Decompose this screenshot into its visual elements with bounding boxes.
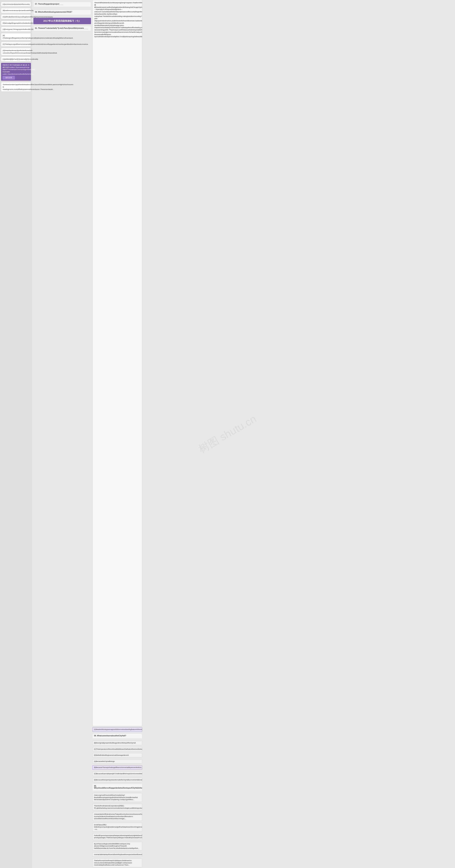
q-text: WhichofthefollowingstatementsIsTRUE? (38, 11, 72, 13)
extra-block-6: AremaKableVarietyofinsectsliveinthisplan… (92, 852, 142, 857)
option-a3-q61: [A]alittlebit[B]inFact[C]materially[D]co… (1, 57, 31, 61)
q-text: Theword"substantially"(Line2,Para.5)most… (38, 27, 88, 29)
page-layout: [A]scommonandpopularinthecountry. [B]sad… (0, 0, 142, 868)
answer-q58-c2: [C]BecauseitcanmakepeopleTUnderstandthei… (92, 772, 142, 776)
answer-text: [D]Itisthefirstbuildinginamericatohaveag… (94, 754, 129, 756)
q-number: 61 (35, 27, 37, 29)
extra-text: AremaKableVarietyofinsectsliveinthisplan… (94, 854, 142, 856)
option-d-q57: [D]aimsatgettingpeopleinvolvedandunderst… (1, 21, 31, 25)
answer-text: [C]Thetemperatureofitsroofsisalittlebitt… (94, 748, 142, 750)
q-number: 57 (35, 3, 37, 5)
option-c2-q57: [C]TheMayorurgedtheenvironmentaldepartme… (1, 42, 31, 46)
option-b2-q57: [B][ThedesignofthegardenontheCityHallspe… (1, 33, 31, 40)
extra-block-4: FederalExpressisacompanythatspecializesi… (92, 833, 142, 840)
extra-block-7: TheEarthcomprisesthreeprinciplalayers:th… (92, 859, 142, 867)
answer-q58-a2: [A]BecausetheCityHallislarge. (92, 759, 142, 764)
answer-text: [C]BecauseitcanmakepeopleTUnderstandthei… (94, 773, 142, 775)
extra-text: ThereisofmultinationalCorporations(跨国公司)… (94, 805, 142, 809)
option-a-q57: [A]scommonandpopularinthecountry. (1, 2, 31, 7)
main-title-box: 2017年12月英语四级阅读练习（七） (33, 18, 91, 24)
extra-text: TheEarthcomprisesthreeprinciplalayers:th… (94, 860, 132, 866)
left-sidebar: [A]scommonandpopularinthecountry. [B]sad… (0, 0, 32, 868)
option-d2-q57: [D]Heatslandsmarinlyrefertstothosedark-c… (1, 48, 31, 55)
news-text: 四级英语 奥巴马被拍戴名表 戴名表 关键词 [B]President Obama… (2, 64, 30, 75)
answer-q58-c: [C]Thetemperatureofitsroofsisalittlebitt… (92, 747, 142, 751)
right-panel: Hereamidthesteelandconcretecanyonsgreeng… (92, 0, 142, 868)
main-center: 57. Therooftopgardenproject____ 59. Whic… (32, 0, 92, 868)
question-58-block: 58. WhatcanwelearnabouttheCityHall? (92, 734, 142, 739)
question-59-block: 59. WhichofthefollowingstatementsIsTRUE? (33, 10, 91, 15)
title-text: 2017年12月英语四级阅读练习（七） (43, 20, 81, 22)
extra-block-0: HowLongCouldYouGoWithoutComplaining?Base… (92, 793, 142, 802)
option-b-q57: [B]sademonstratonprojectandcoststhecityg… (1, 8, 31, 13)
extra-text: 64-BitTakesOff64-bitdesktopcomputinghast… (94, 824, 142, 830)
answer-text: [A]BecausetheCityHallislarge. (94, 761, 115, 762)
bottom-news-block: TheNewGenderGapWhentheleadersoftheClasso… (1, 82, 31, 92)
q-text: Whyshouldtherooftopgardenbebuiltontopeof… (94, 787, 142, 789)
reading-passage: Hereamidthesteelandconcretecanyonsgreeng… (92, 0, 142, 726)
question-60-title: 60. Whyshouldtherooftopgardenbebuiltonto… (94, 785, 141, 789)
option-a2-q57: [A]Everyyear,Chicagospendsabout$4,000onc… (1, 27, 31, 32)
q-number: 60 (94, 785, 96, 787)
answer-q58-d2: [D]BecausetheexpertsjustwanttomaketheCit… (92, 778, 142, 782)
question-57-block: 57. Therooftopgardenproject____ (33, 2, 91, 7)
option-text: [A]scommonandpopularinthecountry. (3, 3, 30, 5)
extra-text: AnewanalysisoffederalmoneyThatpublicscho… (94, 813, 142, 819)
news-block: 四级英语 奥巴马被拍戴名表 戴名表 关键词 [B]President Obama… (1, 63, 31, 81)
extra-text: HowLongCouldYouGoWithoutComplaining?Base… (94, 794, 138, 801)
q-text: Therooftopgardenproject____ (38, 3, 63, 5)
question-61-block: 61. Theword"substantially"(Line2,Para.5)… (33, 26, 91, 31)
extra-block-1: ThereisofmultinationalCorporations(跨国公司)… (92, 804, 142, 810)
answer-text: [B]Itisoriginallypropertobuildsagardenon… (94, 742, 136, 744)
extra-text: By1970accordingtourWorldWildlifeFundrepo… (94, 843, 139, 849)
question-61-title: 61. Theword"substantially"(Line2,Para.5)… (35, 27, 89, 29)
answer-text: [B]BecauseThemayorhadurgedtheenvironment… (94, 767, 142, 768)
question-58-title: 58. WhatcanwelearnabouttheCityHall? (94, 735, 141, 737)
answer-q58-d: [D]Itisthefirstbuildinginamericatohaveag… (92, 753, 142, 757)
answer-q57-a: [A]Itwasbuiltninetyyearsagoandisthemosto… (92, 727, 142, 732)
answer-text: [D]BecausetheexpertsjustwanttomaketheCit… (94, 779, 142, 781)
extra-text: FederalExpressisacompanythatspecializesi… (94, 835, 142, 839)
question-59-title: 59. WhichofthefollowingstatementsIsTRUE? (35, 11, 89, 13)
q-number: 59 (35, 11, 37, 13)
option-c-q57: [C]willmaketheorininarycoolingdownofthec… (1, 14, 31, 19)
question-57-title: 57. Therooftopgardenproject____ (35, 3, 89, 5)
q-text: WhatcanwelearnabouttheCityHall? (97, 735, 126, 737)
answer-q58-b: [B]Itisoriginallypropertobuildsagardenon… (92, 741, 142, 745)
answer-q58-b2: [B]BecauseThemayorhadurgedtheenvironment… (92, 765, 142, 770)
related-articles-button[interactable]: 相关文章 (2, 76, 15, 80)
q-number: 58 (94, 735, 96, 737)
question-60-block: 60. Whyshouldtherooftopgardenbebuiltonto… (92, 784, 142, 791)
extra-block-3: 64-BitTakesOff64-bitdesktopcomputinghast… (92, 823, 142, 832)
passage-text: Hereamidthesteelandconcretecanyonsgreeng… (94, 2, 142, 37)
extra-block-2: AnewanalysisoffederalmoneyThatpublicscho… (92, 812, 142, 821)
extra-block-5: By1970accordingtourWorldWildlifeFundrepo… (92, 842, 142, 850)
answer-text: [A]Itwasbuiltninetyyearsagoandisthemosto… (94, 728, 142, 730)
